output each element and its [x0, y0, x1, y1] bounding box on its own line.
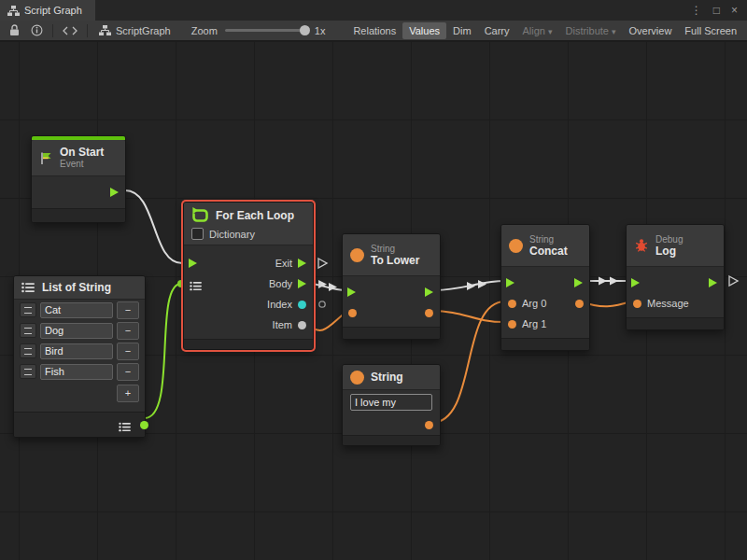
index-output-port[interactable]	[298, 301, 306, 309]
string-output-port[interactable]	[425, 309, 433, 317]
list-item-row: −	[14, 341, 145, 361]
remove-item-button[interactable]: −	[117, 363, 139, 381]
tab-title: Script Graph	[24, 5, 82, 16]
window-menu-icon[interactable]: ⋮	[691, 0, 702, 21]
string-icon	[509, 239, 523, 253]
exit-output-port[interactable]	[298, 259, 306, 268]
node-on-start[interactable]: On Start Event	[31, 135, 126, 223]
node-concat[interactable]: String Concat Arg 0 Arg 1	[500, 224, 590, 351]
remove-item-button[interactable]: −	[117, 343, 139, 360]
node-header: String To Lower	[343, 234, 440, 276]
node-string-literal[interactable]: String	[342, 364, 441, 446]
dim-button[interactable]: Dim	[446, 22, 478, 39]
flow-input-port[interactable]	[347, 287, 356, 297]
result-output-port[interactable]	[575, 300, 584, 308]
window-title-bar: Script Graph ⋮ □ ×	[0, 0, 747, 21]
node-footer	[343, 327, 440, 339]
loop-icon	[191, 207, 209, 224]
info-icon[interactable]	[25, 24, 49, 36]
zoom-label: Zoom	[191, 25, 218, 36]
list-item-field[interactable]	[40, 343, 113, 359]
list-item-row: −	[14, 320, 145, 341]
list-item-field[interactable]	[40, 364, 113, 380]
list-input-port[interactable]	[190, 278, 203, 295]
list-item-row: −	[14, 361, 145, 382]
node-to-lower[interactable]: String To Lower	[342, 233, 441, 340]
node-footer	[343, 435, 440, 445]
remove-item-button[interactable]: −	[117, 301, 139, 319]
flow-output-port[interactable]	[110, 188, 119, 197]
drag-handle-icon[interactable]	[20, 323, 36, 338]
spacer	[14, 404, 145, 412]
drag-handle-icon[interactable]	[20, 343, 36, 358]
align-label: Align	[523, 25, 545, 36]
node-header: On Start Event	[32, 140, 125, 176]
maximize-icon[interactable]: □	[713, 0, 720, 21]
values-button[interactable]: Values	[402, 22, 446, 39]
overview-button[interactable]: Overview	[623, 22, 679, 39]
list-item-row: −	[14, 300, 145, 320]
carry-button[interactable]: Carry	[478, 22, 516, 39]
node-list-of-string[interactable]: List of String − − − − +	[13, 275, 146, 438]
remove-item-button[interactable]: −	[117, 322, 139, 340]
list-icon	[21, 282, 35, 293]
message-input-port[interactable]	[633, 300, 641, 308]
node-category: Debug	[655, 234, 683, 245]
zoom-value: 1x	[315, 25, 326, 36]
flow-input-port[interactable]	[631, 278, 640, 287]
string-output-port[interactable]	[425, 421, 433, 429]
graph-icon	[99, 25, 111, 35]
port-label-body: Body	[269, 278, 292, 289]
align-button[interactable]: Align▾	[516, 22, 559, 39]
node-footer	[32, 208, 125, 222]
fullscreen-button[interactable]: Full Screen	[678, 22, 743, 39]
arg1-input-port[interactable]	[508, 320, 516, 329]
node-title: List of String	[42, 281, 111, 294]
item-output-port[interactable]	[298, 321, 306, 329]
close-icon[interactable]: ×	[731, 0, 738, 21]
port-label-item: Item	[273, 319, 292, 330]
toolbar-divider	[87, 24, 88, 37]
drag-handle-icon[interactable]	[20, 302, 36, 317]
flow-input-port[interactable]	[189, 259, 197, 268]
node-header: List of String	[14, 276, 145, 300]
add-item-button[interactable]: +	[117, 385, 139, 402]
flow-output-port[interactable]	[574, 278, 583, 287]
dictionary-label: Dictionary	[209, 229, 255, 240]
tab-script-graph[interactable]: Script Graph	[0, 0, 95, 21]
node-title: For Each Loop	[216, 209, 294, 222]
node-category: String	[371, 244, 419, 254]
node-debug-log[interactable]: Debug Log Message	[626, 224, 725, 330]
list-output-port[interactable]	[140, 421, 148, 429]
zoom-slider[interactable]	[225, 29, 307, 32]
node-header: String Concat	[501, 225, 589, 267]
zoom-slider-knob[interactable]	[300, 25, 310, 35]
string-input-port[interactable]	[348, 309, 357, 317]
list-item-field[interactable]	[40, 323, 113, 339]
graph-name: ScriptGraph	[92, 25, 178, 36]
port-label-exit: Exit	[275, 258, 292, 269]
distribute-button[interactable]: Distribute▾	[559, 22, 623, 39]
chevron-down-icon: ▾	[548, 27, 553, 36]
arg0-input-port[interactable]	[508, 300, 516, 308]
dictionary-checkbox[interactable]	[191, 228, 204, 240]
node-footer	[627, 317, 724, 329]
window-controls: ⋮ □ ×	[691, 0, 747, 21]
body-output-port[interactable]	[298, 279, 306, 288]
list-item-field[interactable]	[40, 302, 113, 318]
flow-output-port[interactable]	[425, 287, 433, 297]
relations-button[interactable]: Relations	[346, 22, 402, 39]
port-label-index: Index	[267, 299, 292, 310]
code-icon[interactable]	[57, 26, 83, 35]
port-label-arg0: Arg 0	[522, 298, 546, 309]
string-value-field[interactable]	[350, 394, 432, 411]
node-title: On Start	[60, 146, 104, 159]
node-header: For Each Loop Dictionary	[184, 203, 313, 245]
node-category: String	[529, 234, 568, 245]
lock-icon[interactable]	[4, 24, 25, 36]
chevron-down-icon: ▾	[612, 27, 616, 36]
flow-input-port[interactable]	[506, 278, 514, 287]
drag-handle-icon[interactable]	[20, 364, 36, 379]
node-for-each-loop[interactable]: For Each Loop Dictionary Exit Body Index…	[183, 202, 314, 350]
flow-output-port[interactable]	[709, 278, 717, 287]
